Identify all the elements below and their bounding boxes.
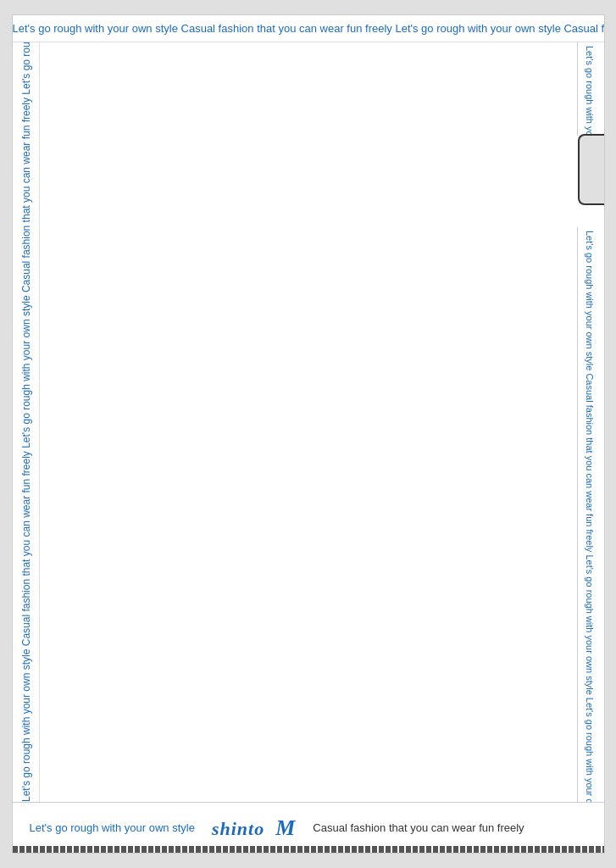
bottom-stripe <box>13 846 604 853</box>
left-text-band: Let's go rough with your own style Casua… <box>13 42 40 802</box>
main-content-area <box>40 42 577 802</box>
footer-bar: Let's go rough with your own style shint… <box>13 802 604 853</box>
top-text-band: Let's go rough with your own style Casua… <box>13 15 604 42</box>
right-band-bottom: Let's go rough with your own style Casua… <box>577 227 604 802</box>
top-scrolling-text: Let's go rough with your own style Casua… <box>13 15 604 42</box>
logo-m: M <box>275 815 296 840</box>
footer-left-text: Let's go rough with your own style <box>30 821 195 834</box>
page-container: Let's go rough with your own style Casua… <box>12 14 605 854</box>
right-top-vertical-text: Let's go rough with your own style Casua… <box>578 42 602 136</box>
right-bottom-vertical-text: Let's go rough with your own style Casua… <box>578 227 602 802</box>
right-band-top: Let's go rough with your own style Casua… <box>577 42 604 136</box>
footer-right-text: Casual fashion that you can wear fun fre… <box>313 821 524 834</box>
logo-shinto: shinto <box>212 818 264 839</box>
left-vertical-text: Let's go rough with your own style Casua… <box>13 42 40 802</box>
brand-logo: shinto M <box>212 815 296 841</box>
